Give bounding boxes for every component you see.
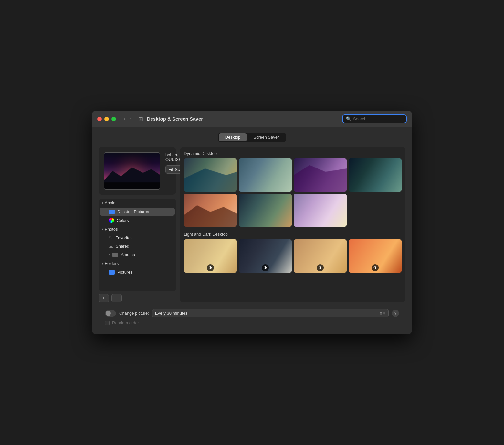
minimize-button[interactable] (104, 117, 109, 121)
apple-section-label: Apple (105, 201, 115, 205)
titlebar: ‹ › ⊞ Desktop & Screen Saver 🔍 (92, 111, 412, 127)
sidebar-item-shared[interactable]: ☁ Shared (100, 242, 175, 250)
tab-screen-saver[interactable]: Screen Saver (247, 133, 285, 141)
wallpaper-thumb-1[interactable] (184, 158, 237, 192)
bottom-bar: Change picture: Every 30 minutes ⬆⬇ ? (99, 306, 405, 320)
light-dark-icon: ◑ (262, 264, 269, 271)
random-order-row: Random order (99, 320, 405, 328)
random-order-checkbox[interactable] (105, 321, 110, 325)
sidebar-item-colors[interactable]: Colors (100, 216, 175, 224)
light-dark-icon: ◑ (372, 264, 379, 271)
photos-section-label: Photos (105, 227, 118, 232)
traffic-lights (97, 117, 116, 121)
help-button[interactable]: ? (392, 310, 399, 317)
sidebar-bottom: + − (99, 291, 176, 302)
light-dark-icon: ◑ (207, 264, 214, 271)
window-title: Desktop & Screen Saver (147, 116, 338, 122)
sidebar-item-pictures[interactable]: Pictures (100, 268, 175, 276)
wallpaper-thumb-2[interactable] (239, 158, 292, 192)
interval-label: Every 30 minutes (155, 311, 377, 316)
sidebar-item-favorites[interactable]: ♡ Favorites (100, 234, 175, 242)
content-area: Desktop Screen Saver boban-simonovski-UK… (92, 127, 412, 334)
change-picture-toggle[interactable] (105, 310, 116, 317)
chevron-down-icon: ▾ (102, 201, 103, 205)
nav-buttons: ‹ › (122, 115, 133, 123)
tabs: Desktop Screen Saver (99, 133, 405, 142)
sidebar-item-label: Shared (116, 244, 129, 249)
light-dark-section-label: Light and Dark Desktop (184, 232, 402, 237)
heart-icon: ♡ (109, 235, 113, 240)
right-panel: Dynamic Desktop (180, 147, 405, 302)
tab-group: Desktop Screen Saver (218, 133, 286, 142)
tab-desktop[interactable]: Desktop (219, 133, 247, 141)
left-panel: boban-simonovski-UK0NJOUUIX8-unsplash Fi… (99, 147, 176, 302)
close-button[interactable] (97, 117, 102, 121)
light-dark-icon: ◑ (317, 264, 324, 271)
sidebar-item-label: Albums (121, 252, 135, 257)
sidebar-section-apple[interactable]: ▾ Apple (99, 199, 176, 207)
preview-area: boban-simonovski-UK0NJOUUIX8-unsplash Fi… (99, 147, 176, 195)
dynamic-wallpaper-grid (184, 158, 402, 227)
add-folder-button[interactable]: + (99, 294, 109, 302)
wallpaper-thumb-6[interactable] (239, 194, 292, 227)
folders-section-label: Folders (105, 261, 119, 266)
forward-button[interactable]: › (129, 115, 133, 123)
folder-blue-icon (109, 210, 115, 214)
sidebar-section-photos[interactable]: ▾ Photos (99, 225, 176, 233)
dynamic-section-label: Dynamic Desktop (184, 151, 402, 156)
main-area: boban-simonovski-UK0NJOUUIX8-unsplash Fi… (99, 147, 405, 302)
search-input[interactable] (353, 116, 403, 121)
wallpaper-thumb-7[interactable] (294, 194, 347, 227)
sidebar-section-folders[interactable]: ▾ Folders (99, 259, 176, 268)
preview-thumbnail (104, 152, 160, 190)
maximize-button[interactable] (111, 117, 116, 121)
wallpaper-ld-2[interactable]: ◑ (239, 239, 292, 273)
change-picture-label: Change picture: (119, 311, 149, 316)
chevron-down-icon: ▾ (102, 227, 103, 231)
search-box[interactable]: 🔍 (342, 114, 407, 123)
chevron-down-icon: ▾ (102, 262, 103, 265)
wallpaper-ld-3[interactable]: ◑ (294, 239, 347, 273)
sidebar-item-desktop-pictures[interactable]: Desktop Pictures (100, 208, 175, 216)
wallpaper-thumb-4[interactable] (349, 158, 402, 192)
wallpaper-ld-4[interactable]: ◑ (349, 239, 402, 273)
search-icon: 🔍 (346, 116, 351, 121)
random-order-label: Random order (112, 320, 139, 325)
light-dark-wallpaper-grid: ◑ ◑ ◑ ◑ (184, 239, 402, 273)
sidebar-list: ▾ Apple Desktop Pictures Colors (99, 199, 176, 291)
folder-blue-icon (109, 270, 115, 275)
wallpaper-grid-area: Dynamic Desktop (180, 147, 405, 302)
sidebar-item-label: Desktop Pictures (117, 209, 149, 214)
sidebar-item-label: Colors (117, 218, 129, 223)
main-window: ‹ › ⊞ Desktop & Screen Saver 🔍 Desktop S… (92, 111, 412, 334)
wallpaper-thumb-3[interactable] (294, 158, 347, 192)
interval-arrows-icon: ⬆⬇ (379, 311, 386, 316)
wallpaper-thumb-5[interactable] (184, 194, 237, 227)
grid-icon: ⊞ (138, 115, 143, 123)
sidebar-item-label: Favorites (115, 235, 132, 240)
wallpaper-ld-1[interactable]: ◑ (184, 239, 237, 273)
sidebar-item-label: Pictures (117, 270, 132, 275)
folder-gray-icon (112, 253, 118, 257)
sidebar-item-albums[interactable]: › Albums (100, 251, 175, 259)
remove-folder-button[interactable]: − (111, 294, 122, 302)
chevron-right-icon: › (109, 253, 110, 256)
cloud-icon: ☁ (109, 244, 113, 249)
back-button[interactable]: ‹ (122, 115, 127, 123)
color-wheel-icon (109, 218, 114, 223)
interval-dropdown[interactable]: Every 30 minutes ⬆⬇ (152, 309, 389, 317)
